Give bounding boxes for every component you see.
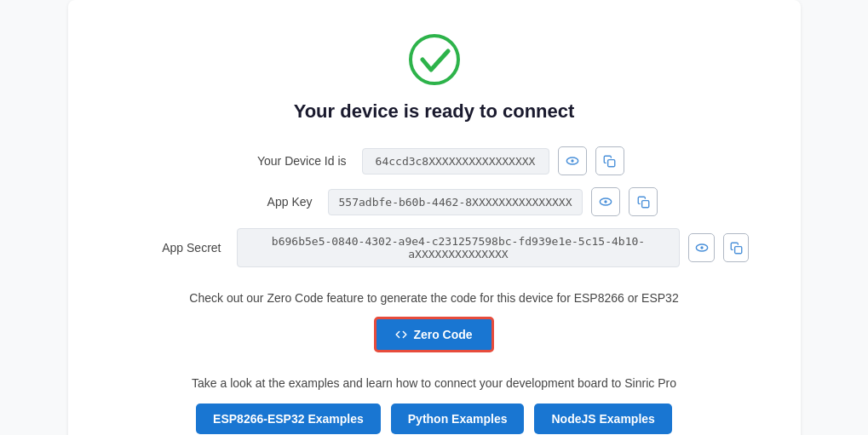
svg-point-0 — [411, 36, 458, 83]
main-container: Your device is ready to connect Your Dev… — [68, 0, 801, 435]
zero-code-section: Check out our Zero Code feature to gener… — [119, 291, 750, 352]
zero-code-description: Check out our Zero Code feature to gener… — [119, 291, 750, 305]
app-secret-value: b696b5e5-0840-4302-a9e4-c231257598bc-fd9… — [237, 228, 681, 267]
esp-examples-button[interactable]: ESP8266-ESP32 Examples — [196, 404, 381, 434]
app-secret-label: App Secret — [119, 241, 221, 255]
app-secret-copy-button[interactable] — [723, 233, 750, 262]
app-key-eye-button[interactable] — [591, 187, 620, 216]
svg-point-5 — [605, 200, 607, 203]
python-examples-button[interactable]: Python Examples — [391, 404, 525, 434]
success-icon — [119, 34, 750, 85]
fields-section: Your Device Id is 64ccd3c8XXXXXXXXXXXXXX… — [119, 146, 750, 267]
svg-point-8 — [700, 246, 703, 249]
zero-code-button-label: Zero Code — [413, 328, 472, 341]
svg-rect-6 — [642, 200, 649, 207]
examples-buttons-row: ESP8266-ESP32 Examples Python Examples N… — [119, 404, 750, 434]
device-id-copy-button[interactable] — [595, 146, 624, 175]
app-key-value: 557adbfe-b60b-4462-8XXXXXXXXXXXXXXX — [328, 189, 583, 215]
app-secret-row: App Secret b696b5e5-0840-4302-a9e4-c2312… — [119, 228, 750, 267]
device-id-label: Your Device Id is — [244, 154, 347, 168]
page-title: Your device is ready to connect — [119, 100, 750, 123]
app-key-row: App Key 557adbfe-b60b-4462-8XXXXXXXXXXXX… — [119, 187, 750, 216]
device-id-value: 64ccd3c8XXXXXXXXXXXXXXXX — [362, 148, 549, 175]
device-id-row: Your Device Id is 64ccd3c8XXXXXXXXXXXXXX… — [119, 146, 750, 175]
device-id-eye-button[interactable] — [558, 146, 587, 175]
svg-point-2 — [571, 159, 573, 162]
app-key-label: App Key — [210, 195, 313, 209]
app-secret-eye-button[interactable] — [688, 233, 715, 262]
examples-section: Take a look at the examples and learn ho… — [119, 376, 750, 434]
zero-code-button[interactable]: Zero Code — [374, 317, 493, 352]
svg-rect-9 — [734, 246, 741, 253]
nodejs-examples-button[interactable]: NodeJS Examples — [534, 404, 671, 434]
svg-rect-3 — [608, 159, 615, 166]
app-key-copy-button[interactable] — [629, 187, 658, 216]
examples-description: Take a look at the examples and learn ho… — [119, 376, 750, 390]
